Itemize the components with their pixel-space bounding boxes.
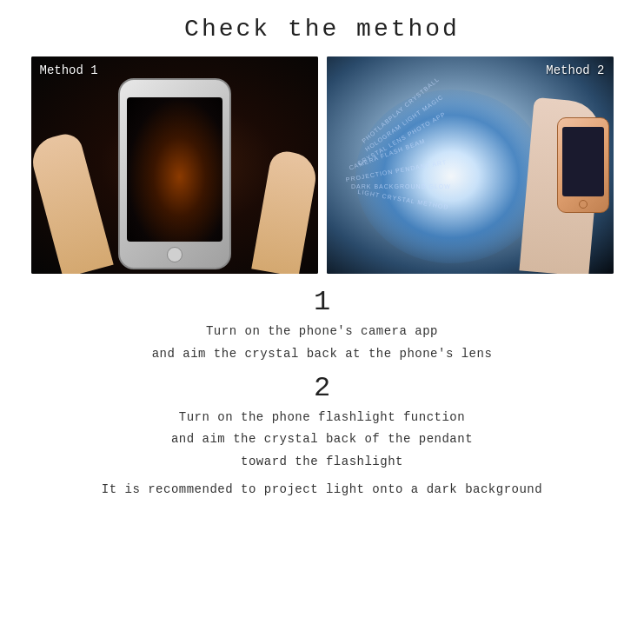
footer-text: It is recommended to project light onto … (102, 480, 542, 501)
methods-images-row: Method 1 PHOTLABPLAY CRYSTBALL HOLOGRAM … (17, 56, 627, 274)
method1-phone (118, 78, 231, 269)
step2-line2: and aim the crystal back of the pendant (171, 429, 473, 450)
method2-label: Method 2 (546, 63, 604, 77)
page-title: Check the method (184, 16, 460, 43)
footer-section: It is recommended to project light onto … (17, 480, 627, 502)
hand-left (31, 130, 114, 274)
method1-image: Method 1 (31, 56, 318, 274)
step2-section: 2 Turn on the phone flashlight function … (17, 372, 627, 475)
crystal-text-projection: PHOTLABPLAY CRYSTBALL HOLOGRAM LIGHT MAG… (341, 78, 549, 269)
method1-label: Method 1 (40, 63, 98, 77)
method2-phone (557, 117, 609, 213)
method2-image: PHOTLABPLAY CRYSTBALL HOLOGRAM LIGHT MAG… (327, 56, 614, 274)
step2-line1: Turn on the phone flashlight function (179, 408, 465, 428)
step1-line1: Turn on the phone's camera app (206, 322, 438, 342)
step1-number: 1 (314, 286, 330, 318)
step1-section: 1 Turn on the phone's camera app and aim… (17, 286, 627, 367)
step2-line3: toward the flashlight (241, 452, 403, 473)
step1-line2: and aim the crystal back at the phone's … (152, 344, 493, 365)
step2-number: 2 (314, 372, 330, 404)
page-container: Check the method Method 1 (0, 0, 644, 644)
hand-right (251, 149, 318, 274)
